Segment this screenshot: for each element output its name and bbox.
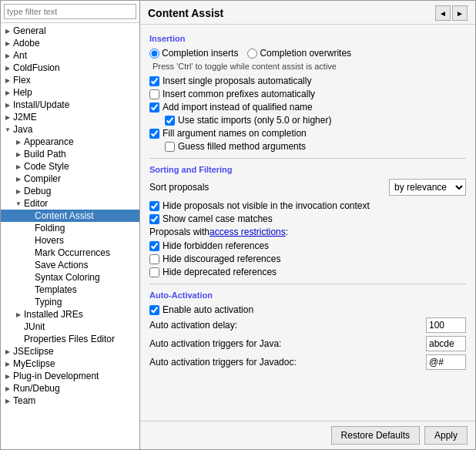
tree-item-jseclipse[interactable]: JSEclipse [1,345,139,358]
tree-item-java[interactable]: Java [1,123,139,136]
cb-hide-forbidden-check[interactable] [149,241,159,251]
cb-insert-single-check[interactable] [149,76,159,86]
radio-inserts[interactable] [149,49,159,59]
expander-rundebug [2,383,13,394]
javadoc-triggers-label: Auto activation triggers for Javadoc: [149,357,426,368]
expander-j2me [2,112,13,123]
javadoc-triggers-input[interactable] [426,354,466,370]
tree-label-editor: Editor [24,198,48,209]
tree-item-syntaxcoloring[interactable]: Syntax Coloring [1,271,139,284]
tree-item-rundebug[interactable]: Run/Debug [1,382,139,395]
tree-item-appearance[interactable]: Appearance [1,136,139,148]
forward-button[interactable]: ► [452,5,468,21]
tree-item-hovers[interactable]: Hovers [1,234,139,247]
sorting-section-title: Sorting and Filtering [149,165,466,174]
cb-guess-filled-check[interactable] [165,142,175,152]
tree-item-debug[interactable]: Debug [1,185,139,197]
tree-label-flex: Flex [13,75,31,86]
tree-item-buildpath[interactable]: Build Path [1,148,139,160]
tree-label-coldfusion: ColdFusion [13,62,60,73]
preferences-tree-panel: GeneralAdobeAntColdFusionFlexHelpInstall… [0,0,140,450]
java-triggers-row: Auto activation triggers for Java: [149,336,466,351]
tree-label-help: Help [13,87,32,98]
delay-row: Auto activation delay: [149,317,466,333]
cb-enable-auto-check[interactable] [149,305,159,315]
expander-compiler [13,173,24,184]
filter-input-wrap [1,1,139,23]
restore-defaults-button[interactable]: Restore Defaults [331,426,420,445]
cb-insert-common: Insert common prefixes automatically [149,89,466,99]
tree-item-installedjres[interactable]: Installed JREs [1,308,139,321]
cb-hide-forbidden: Hide forbidden references [149,240,466,251]
tree-label-propfiles: Properties Files Editor [24,334,115,344]
tree-label-jseclipse: JSEclipse [13,346,54,357]
cb-hide-not-visible-check[interactable] [149,201,159,211]
filter-input[interactable] [4,4,136,19]
cb-fill-args: Fill argument names on completion [149,128,466,139]
tree-label-team: Team [13,395,35,406]
tree-item-propfiles[interactable]: Properties Files Editor [1,333,139,345]
panel-title: Content Assist [148,7,223,19]
expander-flex [2,75,13,86]
tree-item-saveactions[interactable]: Save Actions [1,259,139,271]
sort-proposals-label: Sort proposals [149,182,209,193]
cb-hide-discouraged-check[interactable] [149,254,159,264]
tree-item-general[interactable]: General [1,25,139,37]
bottom-bar: Restore Defaults Apply [140,421,475,449]
expander-team [2,395,13,406]
tree-label-debug: Debug [24,186,51,196]
tree-item-codestyle[interactable]: Code Style [1,160,139,173]
radio-overwrites[interactable] [247,49,257,59]
tree-item-j2me[interactable]: J2ME [1,111,139,123]
cb-add-import-check[interactable] [149,102,159,112]
tree-item-compiler[interactable]: Compiler [1,173,139,185]
radio-overwrites-label[interactable]: Completion overwrites [247,48,351,59]
radio-inserts-label[interactable]: Completion inserts [149,48,238,59]
delay-input[interactable] [426,317,466,333]
access-restrictions-link[interactable]: access restrictions [210,227,286,237]
sort-proposals-select[interactable]: by relevance alphabetically [389,179,466,196]
tree-label-install: Install/Update [13,99,69,110]
back-button[interactable]: ◄ [435,5,451,21]
tree-label-folding: Folding [35,223,65,233]
expander-coldfusion [2,62,13,73]
tree-item-help[interactable]: Help [1,86,139,99]
cb-hide-deprecated-check[interactable] [149,267,159,277]
cb-hide-deprecated: Hide deprecated references [149,267,466,277]
tree-item-markoccurrences[interactable]: Mark Occurrences [1,247,139,259]
tree-item-team[interactable]: Team [1,395,139,407]
tree-item-flex[interactable]: Flex [1,74,139,86]
sort-proposals-row: Sort proposals by relevance alphabetical… [149,179,466,196]
cb-insert-single: Insert single proposals automatically [149,76,466,86]
java-triggers-input[interactable] [426,336,466,351]
cb-static-imports-check[interactable] [165,116,175,126]
cb-camel-case-check[interactable] [149,214,159,224]
apply-button[interactable]: Apply [424,426,468,445]
proposals-label: Proposals with [149,227,210,237]
tree-item-adobe[interactable]: Adobe [1,37,139,49]
tree-label-java: Java [13,124,32,135]
content-assist-panel: Content Assist ◄ ► Insertion Completion … [140,0,476,450]
tree-label-hovers: Hovers [35,235,64,246]
tree-item-ant[interactable]: Ant [1,49,139,62]
ctrl-hint: Press 'Ctrl' to toggle while content ass… [153,62,466,71]
tree-item-editor[interactable]: Editor [1,197,139,210]
cb-hide-discouraged-label: Hide discouraged references [163,254,280,264]
tree-item-folding[interactable]: Folding [1,222,139,234]
nav-arrows: ◄ ► [435,5,468,21]
javadoc-triggers-row: Auto activation triggers for Javadoc: [149,354,466,370]
tree-item-myeclipse[interactable]: MyEclipse [1,358,139,370]
tree-item-install[interactable]: Install/Update [1,99,139,111]
tree-item-templates[interactable]: Templates [1,284,139,296]
cb-add-import-label: Add import instead of qualified name [163,102,313,112]
java-triggers-label: Auto activation triggers for Java: [149,338,426,349]
expander-codestyle [13,161,24,172]
tree-item-junit[interactable]: JUnit [1,321,139,333]
cb-insert-single-label: Insert single proposals automatically [163,76,311,86]
tree-item-plugindev[interactable]: Plug-in Development [1,370,139,382]
tree-item-contentassist[interactable]: Content Assist [1,210,139,222]
tree-item-typing[interactable]: Typing [1,296,139,308]
cb-insert-common-check[interactable] [149,89,159,99]
cb-fill-args-check[interactable] [149,129,159,139]
tree-item-coldfusion[interactable]: ColdFusion [1,62,139,74]
